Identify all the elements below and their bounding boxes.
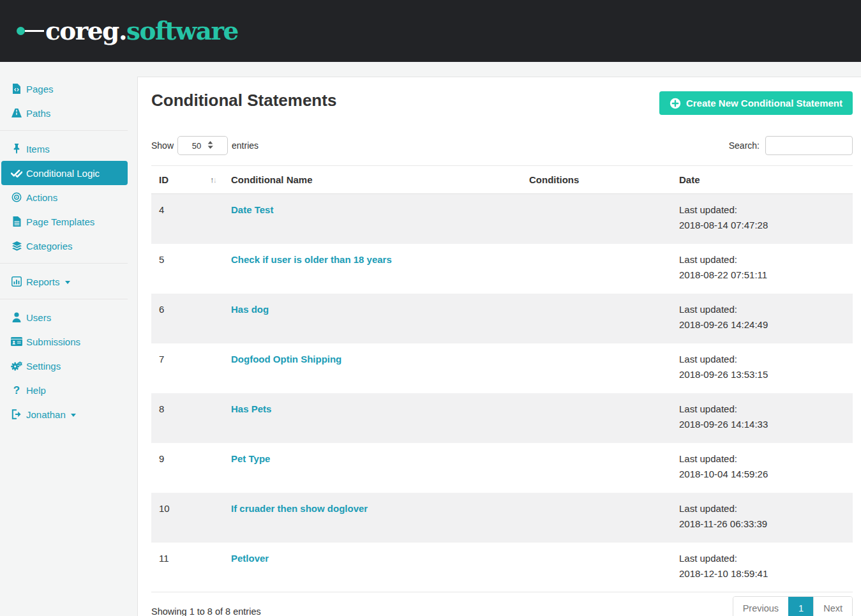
table-row: 9 Pet Type Last updated: 2018-10-04 14:5…: [151, 443, 853, 493]
sidebar-item-submissions[interactable]: Submissions: [0, 329, 137, 354]
pagination-previous-button[interactable]: Previous: [733, 597, 788, 616]
cell-conditions: [521, 343, 671, 393]
conditional-statements-table: ID ↑↓ Conditional Name Conditions Date 4…: [151, 165, 853, 592]
conditional-name-link[interactable]: Date Test: [231, 204, 273, 215]
column-header-conditional-name[interactable]: Conditional Name: [223, 166, 521, 194]
sidebar-item-reports[interactable]: Reports: [0, 269, 137, 294]
bar-chart-icon: [11, 276, 22, 287]
logo-dot-icon: [17, 27, 25, 35]
sidebar-item-pages[interactable]: Pages: [0, 77, 137, 101]
cell-conditions: [521, 543, 671, 592]
conditional-name-link[interactable]: Petlover: [231, 553, 269, 564]
cell-conditions: [521, 244, 671, 294]
check-double-icon: [11, 169, 22, 177]
cell-conditions: [521, 443, 671, 493]
cell-date: Last updated: 2018-09-26 14:24:49: [671, 294, 853, 343]
caret-down-icon: [65, 281, 70, 284]
search-input[interactable]: [765, 136, 853, 155]
sidebar-item-categories[interactable]: Categories: [0, 234, 137, 258]
cell-date: Last updated: 2018-12-10 18:59:41: [671, 543, 853, 592]
conditional-name-link[interactable]: Dogfood Optin Shipping: [231, 354, 341, 364]
pagination-page-1-button[interactable]: 1: [788, 597, 813, 616]
sidebar-divider: [0, 130, 128, 131]
table-row: 6 Has dog Last updated: 2018-09-26 14:24…: [151, 294, 853, 343]
conditional-name-link[interactable]: Has dog: [231, 304, 269, 315]
cell-id: 9: [151, 443, 223, 493]
table-header-row: ID ↑↓ Conditional Name Conditions Date: [151, 166, 853, 194]
sidebar-item-jonathan[interactable]: Jonathan: [0, 402, 137, 426]
file-code-icon: [11, 84, 22, 94]
bullseye-icon: [11, 192, 22, 202]
conditional-name-link[interactable]: Check if user is older than 18 years: [231, 254, 392, 265]
cell-id: 5: [151, 244, 223, 294]
plus-circle-icon: [670, 98, 681, 109]
cell-date: Last updated: 2018-08-14 07:47:28: [671, 194, 853, 244]
column-header-conditions[interactable]: Conditions: [521, 166, 671, 194]
cell-date: Last updated: 2018-09-26 14:14:33: [671, 393, 853, 443]
cell-conditions: [521, 393, 671, 443]
brand-name-primary: coreg.: [45, 16, 126, 45]
sidebar-item-items[interactable]: Items: [0, 137, 137, 161]
logo-line: [25, 30, 44, 32]
sidebar-item-users[interactable]: Users: [0, 305, 137, 329]
cell-id: 11: [151, 543, 223, 592]
cell-id: 8: [151, 393, 223, 443]
id-card-icon: [11, 337, 22, 346]
column-header-date[interactable]: Date: [671, 166, 853, 194]
sidebar-item-help[interactable]: ? Help: [0, 378, 137, 402]
caret-down-icon: [71, 414, 76, 417]
search-control: Search:: [729, 136, 853, 155]
cell-id: 7: [151, 343, 223, 393]
cell-date: Last updated: 2018-10-04 14:59:26: [671, 443, 853, 493]
cell-id: 10: [151, 493, 223, 543]
sign-out-icon: [11, 409, 22, 419]
entries-per-page-value: 50: [192, 141, 201, 151]
table-row: 4 Date Test Last updated: 2018-08-14 07:…: [151, 194, 853, 244]
column-header-id[interactable]: ID ↑↓: [151, 166, 223, 194]
conditional-name-link[interactable]: Has Pets: [231, 403, 271, 414]
pagination-next-button[interactable]: Next: [813, 597, 852, 616]
table-row: 5 Check if user is older than 18 years L…: [151, 244, 853, 294]
cell-conditions: [521, 493, 671, 543]
cell-date: Last updated: 2018-09-26 13:53:15: [671, 343, 853, 393]
sidebar-divider: [0, 263, 128, 264]
topbar: coreg.software: [0, 0, 861, 62]
brand-name-secondary: software: [126, 16, 238, 45]
sort-icon: ↑↓: [210, 175, 216, 184]
sidebar-item-settings[interactable]: Settings: [0, 354, 137, 378]
table-row: 8 Has Pets Last updated: 2018-09-26 14:1…: [151, 393, 853, 443]
cell-date: Last updated: 2018-11-26 06:33:39: [671, 493, 853, 543]
cell-id: 6: [151, 294, 223, 343]
sidebar-divider: [0, 299, 128, 299]
cell-date: Last updated: 2018-08-22 07:51:11: [671, 244, 853, 294]
question-icon: ?: [11, 385, 22, 396]
thumbtack-icon: [11, 144, 22, 154]
show-label: Show: [151, 140, 174, 151]
entries-length-control: Show 50 entries: [151, 136, 258, 155]
cell-id: 4: [151, 194, 223, 244]
user-icon: [11, 312, 22, 322]
cell-conditions: [521, 294, 671, 343]
brand-logo[interactable]: coreg.software: [17, 19, 238, 43]
create-new-conditional-statement-button[interactable]: Create New Conditional Statement: [659, 91, 853, 115]
conditional-name-link[interactable]: Pet Type: [231, 453, 270, 464]
road-icon: [11, 109, 22, 117]
table-row: 10 If cruader then show doglover Last up…: [151, 493, 853, 543]
search-label: Search:: [729, 140, 760, 151]
table-controls: Show 50 entries Search:: [151, 136, 853, 155]
main-panel: Conditional Statements Create New Condit…: [137, 77, 861, 616]
gears-icon: [11, 361, 22, 371]
select-arrows-icon: [207, 141, 213, 151]
sidebar-item-page-templates[interactable]: Page Templates: [0, 209, 137, 234]
sidebar-item-conditional-logic[interactable]: Conditional Logic: [1, 161, 128, 185]
file-lines-icon: [11, 216, 22, 227]
sidebar-item-actions[interactable]: Actions: [0, 185, 137, 209]
cell-conditions: [521, 194, 671, 244]
pagination: Previous 1 Next: [733, 596, 853, 616]
entries-label: entries: [232, 140, 258, 151]
entries-per-page-select[interactable]: 50: [177, 136, 228, 155]
sidebar-item-paths[interactable]: Paths: [0, 101, 137, 125]
table-row: 11 Petlover Last updated: 2018-12-10 18:…: [151, 543, 853, 592]
create-button-label: Create New Conditional Statement: [686, 98, 842, 109]
conditional-name-link[interactable]: If cruader then show doglover: [231, 503, 368, 514]
